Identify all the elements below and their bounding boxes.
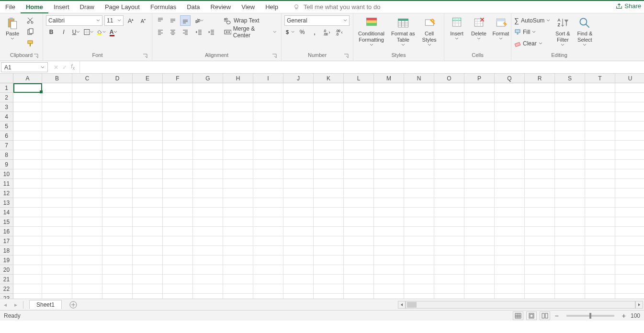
cell[interactable]: [464, 246, 495, 255]
cell[interactable]: [13, 179, 42, 189]
add-sheet-button[interactable]: [68, 300, 78, 310]
cell[interactable]: [223, 160, 253, 169]
number-launcher[interactable]: [343, 53, 349, 59]
cell[interactable]: [283, 227, 314, 236]
cell[interactable]: [434, 131, 464, 141]
align-right-button[interactable]: [180, 27, 191, 37]
cell[interactable]: [314, 160, 344, 169]
cell[interactable]: [495, 294, 525, 299]
row-header[interactable]: 9: [0, 160, 13, 169]
cell[interactable]: [72, 265, 102, 275]
cell[interactable]: [464, 102, 495, 112]
cell[interactable]: [525, 131, 555, 141]
cell[interactable]: [495, 275, 525, 284]
cell[interactable]: [404, 208, 434, 217]
format-painter-button[interactable]: [25, 38, 35, 49]
cell[interactable]: [163, 179, 193, 189]
cell[interactable]: [495, 169, 525, 179]
cell[interactable]: [585, 265, 615, 275]
cell[interactable]: [464, 255, 495, 265]
cell[interactable]: [555, 150, 585, 160]
delete-cells-button[interactable]: Delete: [469, 15, 488, 42]
cell[interactable]: [314, 141, 344, 150]
cell[interactable]: [102, 208, 133, 217]
cell[interactable]: [283, 217, 314, 227]
row-header[interactable]: 5: [0, 122, 13, 131]
cell[interactable]: [283, 208, 314, 217]
font-size-combo[interactable]: 11: [104, 15, 124, 26]
cell[interactable]: [404, 275, 434, 284]
find-select-button[interactable]: Find & Select: [575, 15, 594, 48]
cell[interactable]: [283, 150, 314, 160]
cell[interactable]: [193, 112, 223, 122]
cell[interactable]: [163, 141, 193, 150]
cell[interactable]: [525, 255, 555, 265]
row-header[interactable]: 8: [0, 150, 13, 160]
cell[interactable]: [434, 284, 464, 294]
cell[interactable]: [344, 284, 374, 294]
cell[interactable]: [434, 189, 464, 198]
column-header[interactable]: A: [13, 74, 42, 83]
cell[interactable]: [374, 122, 404, 131]
cell[interactable]: [314, 227, 344, 236]
cell[interactable]: [464, 169, 495, 179]
cell[interactable]: [163, 112, 193, 122]
column-header[interactable]: O: [434, 74, 464, 83]
cell[interactable]: [13, 83, 42, 93]
cell[interactable]: [13, 93, 42, 102]
row-header[interactable]: 7: [0, 141, 13, 150]
cell[interactable]: [555, 131, 585, 141]
cell[interactable]: [495, 150, 525, 160]
cell[interactable]: [374, 160, 404, 169]
cell[interactable]: [13, 217, 42, 227]
cell[interactable]: [193, 160, 223, 169]
cell[interactable]: [525, 83, 555, 93]
column-header[interactable]: J: [283, 74, 314, 83]
cell[interactable]: [314, 150, 344, 160]
cell[interactable]: [495, 189, 525, 198]
cell[interactable]: [133, 208, 163, 217]
cell[interactable]: [464, 275, 495, 284]
cell[interactable]: [283, 275, 314, 284]
decrease-indent-button[interactable]: [193, 27, 204, 37]
align-center-button[interactable]: [168, 27, 178, 37]
cell[interactable]: [223, 150, 253, 160]
accounting-format-button[interactable]: $: [284, 27, 295, 37]
cell[interactable]: [615, 93, 644, 102]
cell[interactable]: [525, 93, 555, 102]
cell[interactable]: [102, 131, 133, 141]
cell[interactable]: [464, 217, 495, 227]
cell[interactable]: [163, 122, 193, 131]
cell[interactable]: [434, 179, 464, 189]
cell[interactable]: [464, 227, 495, 236]
cell[interactable]: [374, 112, 404, 122]
cell[interactable]: [133, 265, 163, 275]
cell[interactable]: [72, 102, 102, 112]
cell[interactable]: [163, 217, 193, 227]
cell[interactable]: [374, 93, 404, 102]
cell[interactable]: [102, 112, 133, 122]
cell[interactable]: [525, 236, 555, 246]
cell[interactable]: [283, 294, 314, 299]
cell[interactable]: [525, 141, 555, 150]
cell[interactable]: [374, 275, 404, 284]
tab-help[interactable]: Help: [260, 1, 283, 13]
cell[interactable]: [374, 246, 404, 255]
row-header[interactable]: 15: [0, 217, 13, 227]
cell[interactable]: [283, 141, 314, 150]
sheet-nav-first[interactable]: ◂: [1, 300, 10, 309]
cell[interactable]: [495, 227, 525, 236]
cell[interactable]: [283, 122, 314, 131]
paste-button[interactable]: Paste: [3, 15, 22, 42]
cell[interactable]: [434, 265, 464, 275]
increase-decimal-button[interactable]: .0.00: [322, 27, 332, 37]
cell[interactable]: [434, 93, 464, 102]
cell[interactable]: [555, 93, 585, 102]
cell[interactable]: [223, 227, 253, 236]
cell[interactable]: [253, 169, 283, 179]
cell[interactable]: [434, 255, 464, 265]
cell[interactable]: [253, 189, 283, 198]
cell[interactable]: [72, 83, 102, 93]
align-bottom-button[interactable]: [180, 15, 191, 26]
cell[interactable]: [404, 227, 434, 236]
